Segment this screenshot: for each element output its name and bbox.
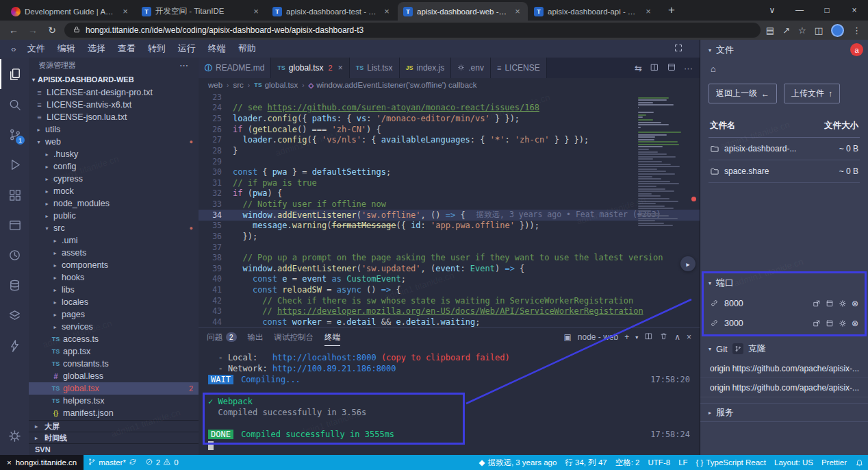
forward-icon[interactable]: → bbox=[26, 25, 40, 36]
terminal-process-select[interactable]: node - web bbox=[578, 332, 618, 342]
minimap[interactable] bbox=[638, 95, 687, 227]
tree-item-.umi[interactable]: ▸.umi bbox=[29, 234, 199, 247]
upload-button[interactable]: 上传文件 ↑ bbox=[784, 84, 840, 103]
branch-indicator[interactable]: master* bbox=[84, 455, 141, 470]
terminal-dropdown-icon[interactable]: ▾ bbox=[635, 334, 638, 341]
activity-source-control[interactable]: 1 bbox=[0, 119, 29, 149]
sidebar-section-时间线[interactable]: ▸时间线 bbox=[29, 432, 199, 443]
terminal-tab-终端[interactable]: 终端 bbox=[324, 328, 340, 346]
project-root[interactable]: ▾ APISIX-DASHBOARD-WEB bbox=[29, 73, 199, 86]
tree-item-LICENSE-ant-design-pro.txt[interactable]: ≡LICENSE-ant-design-pro.txt bbox=[29, 86, 199, 99]
close-tab-icon[interactable]: × bbox=[120, 6, 130, 16]
kill-terminal-icon[interactable] bbox=[659, 332, 668, 343]
indentation-indicator[interactable]: 空格: 2 bbox=[611, 455, 644, 470]
user-avatar-badge[interactable]: a bbox=[850, 43, 863, 56]
formatter-indicator[interactable]: Prettier bbox=[817, 455, 851, 470]
activity-explorer[interactable] bbox=[0, 59, 29, 89]
tree-item-pages[interactable]: ▸pages bbox=[29, 308, 199, 321]
file-row-space.share[interactable]: space.share~ 0 B bbox=[709, 160, 860, 183]
activity-power[interactable] bbox=[0, 330, 29, 360]
favorite-icon[interactable]: ☆ bbox=[798, 25, 806, 36]
close-tab-icon[interactable]: × bbox=[643, 6, 653, 16]
editor-tab-List.tsx[interactable]: TSList.tsx bbox=[350, 58, 400, 78]
file-row-apisix-dashboard-...[interactable]: apisix-dashboard-...~ 0 B bbox=[709, 138, 860, 160]
layout-indicator[interactable]: Layout: US bbox=[770, 455, 817, 470]
tree-item-locales[interactable]: ▸locales bbox=[29, 296, 199, 308]
maximize-panel-icon[interactable]: ∧ bbox=[674, 332, 680, 342]
activity-layers[interactable] bbox=[0, 300, 29, 330]
tree-item-constants.ts[interactable]: TSconstants.ts bbox=[29, 358, 199, 370]
activity-remote-explorer[interactable] bbox=[0, 210, 29, 240]
breadcrumb-segment[interactable]: src bbox=[233, 81, 243, 89]
tree-item-services[interactable]: ▸services bbox=[29, 321, 199, 333]
reload-icon[interactable]: ↻ bbox=[45, 25, 59, 36]
terminal-tab-调试控制台[interactable]: 调试控制台 bbox=[275, 328, 314, 346]
split-editor-icon[interactable] bbox=[650, 62, 659, 74]
browser-tab[interactable]: Tapisix-dashboard-test - TitanI× bbox=[267, 2, 397, 21]
tree-item-manifest.json[interactable]: {}manifest.json bbox=[29, 407, 199, 419]
stop-port-icon[interactable]: ⊗ bbox=[852, 299, 858, 308]
new-tab-button[interactable]: + bbox=[665, 3, 678, 17]
tree-item-libs[interactable]: ▸libs bbox=[29, 284, 199, 296]
remote-indicator[interactable]: × hongxi.titanide.cn bbox=[0, 455, 84, 470]
tree-item-app.tsx[interactable]: TSapp.tsx bbox=[29, 345, 199, 358]
tree-item-components[interactable]: ▸components bbox=[29, 259, 199, 271]
stop-port-icon[interactable]: ⊗ bbox=[852, 319, 858, 328]
terminal-tab-输出[interactable]: 输出 bbox=[248, 328, 264, 346]
breadcrumb-segment[interactable]: web bbox=[208, 81, 222, 89]
activity-extensions[interactable] bbox=[0, 180, 29, 210]
terminal-tab-问题[interactable]: 问题2 bbox=[207, 328, 237, 346]
browser-tab[interactable]: Development Guide | Apache× bbox=[5, 2, 136, 21]
git-remote[interactable]: origin https://github.com/apache/apisix-… bbox=[700, 378, 868, 397]
menu-文件[interactable]: 文件 bbox=[21, 42, 51, 55]
language-indicator[interactable]: { } TypeScript React bbox=[692, 455, 770, 470]
fullscreen-icon[interactable] bbox=[674, 43, 683, 55]
close-window-icon[interactable]: × bbox=[841, 5, 868, 15]
split-terminal-icon[interactable] bbox=[644, 332, 653, 343]
share-icon[interactable]: ↗ bbox=[782, 25, 790, 36]
git-header[interactable]: ▾ Git 克隆 bbox=[700, 338, 868, 359]
ports-header[interactable]: ▾ 端口 bbox=[700, 273, 868, 293]
tree-item-LICENSE-json.lua.txt[interactable]: ≡LICENSE-json.lua.txt bbox=[29, 111, 199, 123]
menu-帮助[interactable]: 帮助 bbox=[232, 42, 262, 55]
code-editor[interactable]: 2324// see https://github.com/suren-atoy… bbox=[199, 92, 700, 327]
activity-run-debug[interactable] bbox=[0, 149, 29, 180]
go-up-button[interactable]: 返回上一级 ← bbox=[709, 84, 777, 103]
more-actions-icon[interactable]: ··· bbox=[684, 63, 693, 73]
tab-search-chevron-icon[interactable]: ∨ bbox=[758, 5, 786, 15]
profile-avatar[interactable] bbox=[831, 24, 844, 37]
tree-item-LICENSE-antvis-x6.txt[interactable]: ≡LICENSE-antvis-x6.txt bbox=[29, 99, 199, 111]
browser-tab[interactable]: Tapisix-dashboard-api - TitanID× bbox=[528, 2, 659, 21]
blame-indicator[interactable]: ◆ 据致远, 3 years ago bbox=[475, 455, 561, 470]
tree-item-node_modules[interactable]: ▸node_modules bbox=[29, 197, 199, 210]
browser-tab[interactable]: T开发空间 - TitanIDE× bbox=[136, 2, 266, 21]
git-remote[interactable]: origin https://github.com/apache/apisix-… bbox=[700, 359, 868, 378]
close-tab-icon[interactable]: × bbox=[382, 6, 392, 16]
tree-item-web[interactable]: ▾web● bbox=[29, 136, 199, 148]
editor-tab-LICENSE[interactable]: ≡LICENSE bbox=[491, 58, 547, 78]
port-row-3000[interactable]: 3000⊗ bbox=[700, 313, 868, 333]
browser-menu-icon[interactable]: ⋮ bbox=[852, 25, 861, 36]
new-terminal-icon[interactable]: + bbox=[624, 332, 629, 342]
customize-layout-icon[interactable] bbox=[667, 62, 676, 74]
home-icon[interactable]: ⌂ bbox=[700, 60, 868, 77]
services-section[interactable]: ▸ 服务 bbox=[700, 403, 868, 422]
tree-item-hooks[interactable]: ▸hooks bbox=[29, 271, 199, 284]
tree-item-global.less[interactable]: #global.less bbox=[29, 370, 199, 382]
menu-运行[interactable]: 运行 bbox=[172, 42, 202, 55]
close-tab-icon[interactable]: × bbox=[338, 63, 343, 73]
menu-查看[interactable]: 查看 bbox=[112, 42, 142, 55]
cursor-position[interactable]: 行 34, 列 47 bbox=[561, 455, 611, 470]
expand-panel-button[interactable]: ▸ bbox=[680, 256, 695, 271]
port-row-8000[interactable]: 8000⊗ bbox=[700, 293, 868, 313]
tree-item-helpers.tsx[interactable]: TShelpers.tsx bbox=[29, 395, 199, 407]
tree-item-access.ts[interactable]: TSaccess.ts bbox=[29, 333, 199, 345]
breadcrumb-segment[interactable]: ◇window.addEventListener('sw.offline') c… bbox=[309, 81, 477, 89]
activity-settings[interactable] bbox=[0, 421, 29, 451]
tree-item-mock[interactable]: ▸mock bbox=[29, 185, 199, 197]
tree-item-public[interactable]: ▸public bbox=[29, 210, 199, 222]
back-icon[interactable]: ← bbox=[7, 25, 21, 36]
split-screen-icon[interactable]: ◫ bbox=[815, 25, 823, 36]
close-panel-icon[interactable]: × bbox=[687, 332, 691, 342]
tree-item-cypress[interactable]: ▸cypress bbox=[29, 173, 199, 185]
